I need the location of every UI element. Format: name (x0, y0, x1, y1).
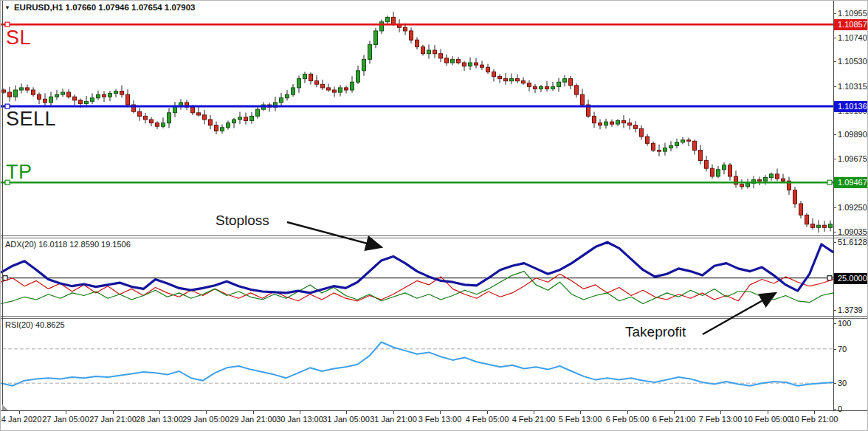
price-tick-label: 1.09035 (838, 227, 867, 236)
candle-down (599, 123, 602, 125)
candle-up (451, 59, 455, 63)
date-label: 27 Jan 05:00 (42, 415, 89, 424)
candle-up (829, 224, 833, 228)
candle-down (421, 46, 425, 53)
candle-down (203, 115, 207, 120)
candle-up (61, 92, 65, 94)
candle-down (209, 120, 213, 125)
candle-down (345, 88, 348, 90)
symbol-ohlc-text: EURUSD,H1 1.07660 1.07946 1.07654 1.0790… (14, 3, 196, 12)
candle-up (510, 79, 514, 81)
candle-down (439, 54, 443, 58)
candle-down (528, 83, 531, 87)
candle-down (126, 94, 130, 105)
panel-separator[interactable] (1, 316, 868, 319)
date-tick (159, 411, 160, 414)
date-label: 28 Jan 13:00 (136, 415, 183, 424)
tp-level-label[interactable]: TP (6, 162, 32, 182)
candle-up (303, 74, 307, 78)
candle-up (356, 71, 360, 82)
adx-level-handle[interactable] (827, 276, 832, 280)
adx-indicator-panel[interactable] (1, 238, 868, 316)
candle-up (551, 86, 555, 89)
date-tick (113, 411, 114, 414)
candle-up (746, 183, 750, 187)
candle-down (640, 128, 644, 137)
candle-down (793, 190, 797, 204)
candle-down (492, 72, 496, 76)
candle-down (646, 137, 650, 143)
time-axis-line (1, 410, 868, 411)
candle-down (486, 67, 490, 72)
candle-down (73, 97, 77, 100)
candle-up (427, 50, 431, 54)
indicator-tick-label: 51.6128 (838, 238, 867, 246)
candle-up (675, 142, 679, 146)
candle-down (758, 180, 762, 182)
candle-down (687, 140, 691, 142)
candle-down (156, 123, 159, 127)
candle-down (622, 121, 626, 123)
main-price-chart[interactable] (1, 1, 868, 235)
date-label: 30 Jan 13:00 (276, 415, 323, 424)
candle-down (433, 50, 437, 54)
candle-up (664, 148, 667, 152)
indicator-tick-label: 30 (838, 379, 847, 387)
candle-up (55, 94, 59, 97)
candle-down (728, 165, 732, 176)
sell-level-label[interactable]: SELL (6, 109, 56, 129)
candle-up (280, 98, 283, 103)
chart-header: ▼ EURUSD,H1 1.07660 1.07946 1.07654 1.07… (4, 3, 195, 12)
candle-up (108, 94, 112, 97)
chart-window: ▼ EURUSD,H1 1.07660 1.07946 1.07654 1.07… (0, 0, 868, 431)
candle-up (250, 116, 254, 120)
takeprofit-annotation[interactable]: Takeprofit (625, 325, 686, 339)
candle-up (286, 94, 289, 98)
candle-up (20, 88, 24, 90)
tp-line-handle[interactable] (827, 180, 832, 185)
date-tick (534, 411, 534, 414)
candle-up (49, 97, 53, 103)
candle-up (227, 123, 230, 128)
date-label: 10 Feb 05:00 (744, 415, 792, 424)
candle-down (215, 125, 218, 131)
candle-down (309, 74, 313, 80)
date-label: 5 Feb 13:00 (559, 415, 602, 424)
candle-up (297, 79, 301, 88)
candle-up (764, 178, 768, 182)
candle-down (799, 204, 803, 215)
candle-up (469, 63, 472, 66)
candle-down (534, 86, 537, 89)
date-tick (768, 411, 768, 414)
candle-up (221, 128, 224, 131)
stoploss-annotation[interactable]: Stoploss (216, 213, 269, 227)
sl-level-label[interactable]: SL (6, 28, 31, 48)
candle-down (79, 100, 83, 104)
date-tick (19, 411, 20, 414)
candle-down (658, 151, 661, 152)
candle-up (14, 90, 18, 97)
candle-down (8, 92, 12, 97)
candle-up (723, 165, 726, 170)
candle-up (770, 174, 774, 178)
date-tick (674, 411, 675, 414)
date-label: 31 Jan 05:00 (323, 415, 370, 424)
date-tick (206, 411, 207, 414)
candle-down (823, 225, 827, 227)
candle-down (191, 107, 195, 113)
left-frame-line (2, 1, 3, 410)
date-tick (720, 411, 721, 414)
candle-up (97, 94, 100, 98)
adx-level-badge: 25.0000 (834, 273, 868, 284)
candle-up (717, 170, 720, 176)
scroll-begin-icon[interactable] (2, 404, 8, 410)
candle-up (563, 79, 567, 83)
price-tick-label: 1.09675 (838, 154, 867, 163)
panel-separator[interactable] (1, 235, 868, 238)
candle-down (120, 92, 124, 95)
dropdown-triangle-icon[interactable]: ▼ (4, 4, 10, 11)
candle-down (138, 111, 142, 116)
date-tick (393, 411, 394, 414)
date-label: 29 Jan 21:00 (230, 415, 277, 424)
rsi-indicator-panel[interactable] (1, 319, 868, 410)
